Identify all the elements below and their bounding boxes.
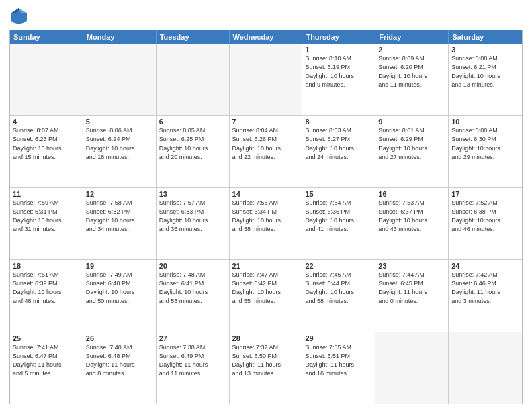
day-info: Sunrise: 7:51 AMSunset: 6:39 PMDaylight:…: [13, 271, 80, 306]
day-27: 27Sunrise: 7:38 AMSunset: 6:49 PMDayligh…: [157, 332, 230, 404]
day-info: Sunrise: 7:42 AMSunset: 6:46 PMDaylight:…: [451, 271, 519, 306]
day-number: 28: [232, 334, 300, 342]
day-number: 25: [13, 334, 80, 342]
day-number: 1: [305, 46, 372, 54]
week-row-2: 4Sunrise: 8:07 AMSunset: 6:23 PMDaylight…: [10, 115, 522, 187]
day-info: Sunrise: 7:38 AMSunset: 6:49 PMDaylight:…: [159, 343, 226, 378]
logo: [9, 7, 31, 26]
day-number: 13: [159, 190, 226, 198]
day-info: Sunrise: 8:07 AMSunset: 6:23 PMDaylight:…: [13, 126, 80, 161]
header: [9, 7, 523, 26]
calendar-header-row: SundayMondayTuesdayWednesdayThursdayFrid…: [10, 30, 522, 44]
day-empty: [83, 44, 157, 115]
day-22: 22Sunrise: 7:45 AMSunset: 6:44 PMDayligh…: [302, 260, 375, 331]
day-25: 25Sunrise: 7:41 AMSunset: 6:47 PMDayligh…: [10, 332, 83, 404]
day-23: 23Sunrise: 7:44 AMSunset: 6:45 PMDayligh…: [375, 260, 449, 331]
day-number: 2: [378, 46, 445, 54]
day-6: 6Sunrise: 8:05 AMSunset: 6:25 PMDaylight…: [157, 116, 230, 187]
day-7: 7Sunrise: 8:04 AMSunset: 6:26 PMDaylight…: [230, 116, 303, 187]
week-row-4: 18Sunrise: 7:51 AMSunset: 6:39 PMDayligh…: [10, 259, 522, 331]
day-number: 27: [159, 334, 226, 342]
day-number: 26: [86, 334, 153, 342]
day-info: Sunrise: 7:59 AMSunset: 6:31 PMDaylight:…: [13, 199, 80, 234]
day-empty: [375, 332, 449, 404]
header-cell-tuesday: Tuesday: [157, 30, 230, 44]
day-number: 23: [378, 262, 445, 270]
day-number: 3: [451, 46, 519, 54]
day-number: 17: [451, 190, 519, 198]
calendar: SundayMondayTuesdayWednesdayThursdayFrid…: [9, 30, 523, 404]
day-4: 4Sunrise: 8:07 AMSunset: 6:23 PMDaylight…: [10, 116, 83, 187]
day-number: 24: [451, 262, 519, 270]
day-number: 22: [305, 262, 372, 270]
day-20: 20Sunrise: 7:48 AMSunset: 6:41 PMDayligh…: [157, 260, 230, 331]
day-empty: [449, 332, 522, 404]
day-5: 5Sunrise: 8:06 AMSunset: 6:24 PMDaylight…: [83, 116, 157, 187]
day-empty: [10, 44, 83, 115]
day-info: Sunrise: 7:54 AMSunset: 6:36 PMDaylight:…: [305, 199, 372, 234]
week-row-5: 25Sunrise: 7:41 AMSunset: 6:47 PMDayligh…: [10, 332, 522, 404]
day-16: 16Sunrise: 7:53 AMSunset: 6:37 PMDayligh…: [375, 188, 449, 259]
day-number: 8: [305, 118, 372, 126]
day-9: 9Sunrise: 8:01 AMSunset: 6:29 PMDaylight…: [375, 116, 449, 187]
day-number: 21: [232, 262, 300, 270]
day-info: Sunrise: 8:06 AMSunset: 6:24 PMDaylight:…: [86, 126, 153, 161]
day-info: Sunrise: 7:44 AMSunset: 6:45 PMDaylight:…: [378, 271, 445, 306]
day-empty: [157, 44, 230, 115]
day-number: 5: [86, 118, 153, 126]
day-number: 14: [232, 190, 300, 198]
header-cell-thursday: Thursday: [302, 30, 375, 44]
header-cell-monday: Monday: [83, 30, 157, 44]
day-info: Sunrise: 7:56 AMSunset: 6:34 PMDaylight:…: [232, 199, 300, 234]
day-number: 4: [13, 118, 80, 126]
page: SundayMondayTuesdayWednesdayThursdayFrid…: [0, 0, 532, 411]
day-empty: [230, 44, 303, 115]
day-info: Sunrise: 7:37 AMSunset: 6:50 PMDaylight:…: [232, 343, 300, 378]
header-cell-friday: Friday: [375, 30, 449, 44]
day-info: Sunrise: 7:45 AMSunset: 6:44 PMDaylight:…: [305, 271, 372, 306]
day-info: Sunrise: 7:40 AMSunset: 6:48 PMDaylight:…: [86, 343, 153, 378]
day-info: Sunrise: 8:00 AMSunset: 6:30 PMDaylight:…: [451, 126, 519, 161]
day-number: 29: [305, 334, 372, 342]
day-info: Sunrise: 7:47 AMSunset: 6:42 PMDaylight:…: [232, 271, 300, 306]
day-number: 10: [451, 118, 519, 126]
day-number: 11: [13, 190, 80, 198]
day-info: Sunrise: 7:58 AMSunset: 6:32 PMDaylight:…: [86, 199, 153, 234]
week-row-1: 1Sunrise: 8:10 AMSunset: 6:19 PMDaylight…: [10, 44, 522, 115]
day-17: 17Sunrise: 7:52 AMSunset: 6:38 PMDayligh…: [449, 188, 522, 259]
day-number: 6: [159, 118, 226, 126]
day-12: 12Sunrise: 7:58 AMSunset: 6:32 PMDayligh…: [83, 188, 157, 259]
day-number: 7: [232, 118, 300, 126]
day-number: 9: [378, 118, 445, 126]
day-number: 15: [305, 190, 372, 198]
day-number: 16: [378, 190, 445, 198]
day-18: 18Sunrise: 7:51 AMSunset: 6:39 PMDayligh…: [10, 260, 83, 331]
day-info: Sunrise: 8:01 AMSunset: 6:29 PMDaylight:…: [378, 126, 445, 161]
day-number: 12: [86, 190, 153, 198]
day-info: Sunrise: 7:52 AMSunset: 6:38 PMDaylight:…: [451, 199, 519, 234]
day-info: Sunrise: 8:05 AMSunset: 6:25 PMDaylight:…: [159, 126, 226, 161]
day-info: Sunrise: 8:03 AMSunset: 6:27 PMDaylight:…: [305, 126, 372, 161]
day-2: 2Sunrise: 8:09 AMSunset: 6:20 PMDaylight…: [375, 44, 449, 115]
day-number: 20: [159, 262, 226, 270]
day-number: 19: [86, 262, 153, 270]
day-29: 29Sunrise: 7:35 AMSunset: 6:51 PMDayligh…: [302, 332, 375, 404]
day-24: 24Sunrise: 7:42 AMSunset: 6:46 PMDayligh…: [449, 260, 522, 331]
day-21: 21Sunrise: 7:47 AMSunset: 6:42 PMDayligh…: [230, 260, 303, 331]
day-info: Sunrise: 8:10 AMSunset: 6:19 PMDaylight:…: [305, 54, 372, 89]
day-13: 13Sunrise: 7:57 AMSunset: 6:33 PMDayligh…: [157, 188, 230, 259]
day-15: 15Sunrise: 7:54 AMSunset: 6:36 PMDayligh…: [302, 188, 375, 259]
header-cell-saturday: Saturday: [449, 30, 522, 44]
header-cell-wednesday: Wednesday: [230, 30, 303, 44]
day-info: Sunrise: 7:41 AMSunset: 6:47 PMDaylight:…: [13, 343, 80, 378]
day-14: 14Sunrise: 7:56 AMSunset: 6:34 PMDayligh…: [230, 188, 303, 259]
day-info: Sunrise: 7:53 AMSunset: 6:37 PMDaylight:…: [378, 199, 445, 234]
day-3: 3Sunrise: 8:08 AMSunset: 6:21 PMDaylight…: [449, 44, 522, 115]
day-10: 10Sunrise: 8:00 AMSunset: 6:30 PMDayligh…: [449, 116, 522, 187]
logo-icon: [9, 7, 28, 26]
day-19: 19Sunrise: 7:49 AMSunset: 6:40 PMDayligh…: [83, 260, 157, 331]
day-info: Sunrise: 8:04 AMSunset: 6:26 PMDaylight:…: [232, 126, 300, 161]
week-row-3: 11Sunrise: 7:59 AMSunset: 6:31 PMDayligh…: [10, 187, 522, 259]
day-info: Sunrise: 7:49 AMSunset: 6:40 PMDaylight:…: [86, 271, 153, 306]
calendar-body: 1Sunrise: 8:10 AMSunset: 6:19 PMDaylight…: [10, 44, 522, 404]
